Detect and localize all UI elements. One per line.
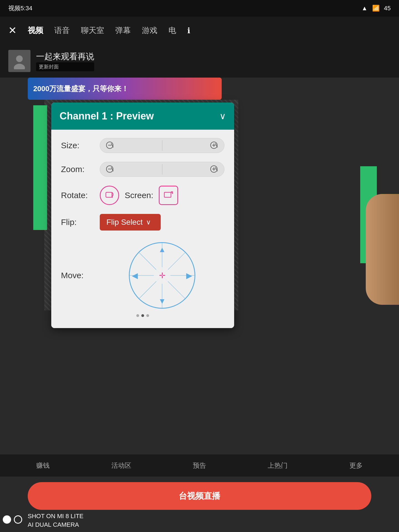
profile-update-label[interactable]: 更新封面 <box>36 62 94 71</box>
move-down-button[interactable]: ▼ <box>158 297 166 306</box>
panel-header[interactable]: Channel 1 : Preview ∨ <box>51 103 234 130</box>
flip-control-row: Flip: Flip Select ∨ <box>61 214 224 231</box>
move-up-button[interactable]: ▲ <box>158 245 166 254</box>
red-bottom-button[interactable]: 台视频直播 <box>28 482 371 510</box>
move-left-button[interactable]: ◀ <box>132 271 138 280</box>
size-control-row: Size: <box>61 138 224 153</box>
status-time: 视频5:34 <box>8 4 32 12</box>
wifi-icon: 📶 <box>372 5 380 12</box>
nav-bar: ✕ 视频 语音 聊天室 弹幕 游戏 电 ℹ <box>0 17 399 44</box>
svg-rect-19 <box>164 192 171 197</box>
flip-chevron-icon: ∨ <box>146 218 151 226</box>
nav-game[interactable]: 游戏 <box>142 25 157 36</box>
panel-body: Size: <box>51 130 234 328</box>
joystick-center-icon: ✛ <box>159 271 165 280</box>
panel-indicator-dots <box>61 314 224 320</box>
move-label: Move: <box>61 271 94 280</box>
panel-title: Channel 1 : Preview <box>60 110 154 122</box>
bottom-nav-activity[interactable]: 活动区 <box>111 461 131 470</box>
banner-text: 2000万流量盛宴，只等你来！ <box>33 84 129 94</box>
bottom-nav: 赚钱 活动区 预告 上热门 更多 <box>0 454 399 477</box>
profile-avatar <box>8 50 30 72</box>
nav-video[interactable]: 视频 <box>28 25 43 36</box>
size-increase-button[interactable] <box>209 140 220 151</box>
watermark-line2: AI DUAL CAMERA <box>28 521 83 529</box>
status-bar: 视频5:34 ▲ 📶 45 <box>0 0 399 17</box>
close-button[interactable]: ✕ <box>8 25 17 36</box>
profile-name: 一起来观看再说 <box>36 51 94 62</box>
rotate-button[interactable] <box>100 186 119 205</box>
screen-button[interactable] <box>159 186 178 205</box>
flip-select-button[interactable]: Flip Select ∨ <box>100 214 161 231</box>
slider-divider <box>162 140 162 151</box>
flip-label: Flip: <box>61 218 94 227</box>
bottom-nav-earn[interactable]: 赚钱 <box>36 461 50 470</box>
joystick-container: ▲ ▼ ◀ ▶ ✛ <box>100 242 224 309</box>
rotate-label: Rotate: <box>61 191 94 200</box>
move-control-row: Move: ▲ ▼ ◀ ▶ ✛ <box>61 239 224 311</box>
bottom-nav-trending[interactable]: 上热门 <box>268 461 288 470</box>
finger-thumb <box>366 194 399 305</box>
flip-select-label: Flip Select <box>106 218 143 227</box>
channel-panel: Channel 1 : Preview ∨ Size: <box>51 103 234 328</box>
zoom-decrease-button[interactable] <box>104 164 116 175</box>
svg-rect-17 <box>106 192 112 197</box>
battery-icon: 45 <box>384 5 391 12</box>
nav-danmu[interactable]: 弹幕 <box>115 25 131 36</box>
dot-1 <box>136 314 139 317</box>
screen-label: Screen: <box>125 191 153 200</box>
signal-icon: ▲ <box>362 5 368 12</box>
size-decrease-button[interactable] <box>104 140 116 151</box>
banner: 2000万流量盛宴，只等你来！ <box>28 78 222 100</box>
joystick-center-button[interactable]: ✛ <box>154 267 170 284</box>
dot-2 <box>141 314 144 317</box>
watermark: SHOT ON MI 8 LITE AI DUAL CAMERA <box>28 512 83 529</box>
nav-voice[interactable]: 语音 <box>54 25 70 36</box>
nav-chat[interactable]: 聊天室 <box>81 25 104 36</box>
move-right-button[interactable]: ▶ <box>186 271 192 280</box>
zoom-label: Zoom: <box>61 165 94 174</box>
red-button-label: 台视频直播 <box>179 490 220 502</box>
rotate-screen-row: Rotate: Screen: <box>61 186 224 205</box>
watermark-dot2 <box>14 515 22 524</box>
profile-area: 一起来观看再说 更新封面 <box>0 44 399 78</box>
zoom-control-row: Zoom: <box>61 162 224 177</box>
watermark-dot1 <box>3 515 11 524</box>
bottom-nav-preview[interactable]: 预告 <box>193 461 206 470</box>
slider-divider-zoom <box>162 164 162 175</box>
zoom-slider[interactable] <box>100 162 224 177</box>
joystick[interactable]: ▲ ▼ ◀ ▶ ✛ <box>129 242 195 309</box>
bottom-nav-more[interactable]: 更多 <box>349 461 363 470</box>
size-slider[interactable] <box>100 138 224 153</box>
watermark-line1: SHOT ON MI 8 LITE <box>28 512 83 521</box>
info-icon[interactable]: ℹ <box>187 26 190 35</box>
panel-chevron-icon[interactable]: ∨ <box>219 111 226 121</box>
zoom-increase-button[interactable] <box>209 164 220 175</box>
svg-point-1 <box>16 55 23 62</box>
green-decoration-left <box>33 105 47 230</box>
nav-tv[interactable]: 电 <box>168 25 176 36</box>
dot-3 <box>146 314 149 317</box>
size-label: Size: <box>61 141 94 150</box>
